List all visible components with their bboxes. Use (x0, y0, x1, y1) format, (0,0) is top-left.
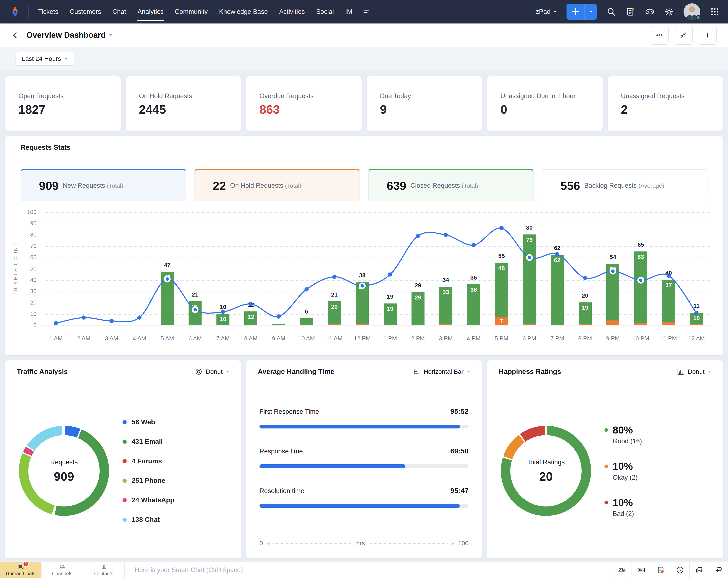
line-point[interactable] (444, 233, 448, 237)
stat-tab-value: 639 (387, 179, 406, 192)
legend-item-whatsapp[interactable]: 24 WhatsApp (123, 496, 174, 504)
traffic-view-selector[interactable]: Donut (195, 368, 229, 375)
chat-tab-channels[interactable]: Channels (42, 562, 83, 578)
line-point[interactable] (695, 311, 699, 315)
apps-grid-icon[interactable] (710, 7, 720, 17)
kpi-label: On Hold Requests (139, 92, 237, 100)
line-point[interactable] (249, 302, 253, 306)
stat-tab-new-requests[interactable]: 909 New Requests (Total) (21, 169, 186, 201)
legend-text: 431 Email (132, 438, 163, 445)
happiness-donut-chart[interactable]: Total Ratings 20 (501, 426, 591, 516)
line-point[interactable] (388, 272, 392, 277)
nav-item-community[interactable]: Community (169, 0, 213, 24)
workspace-selector[interactable]: zPad (536, 8, 557, 16)
more-button[interactable] (650, 26, 669, 45)
notes-button[interactable] (651, 562, 670, 578)
line-point-highlight[interactable] (165, 277, 170, 282)
info-button[interactable] (698, 26, 717, 45)
collapse-button[interactable] (674, 26, 693, 45)
kpi-card[interactable]: Unassigned Requests 2 (607, 76, 723, 131)
avatar[interactable] (683, 3, 700, 20)
line-point[interactable] (555, 252, 560, 256)
aht-bar-fill[interactable] (259, 464, 406, 468)
nav-item-social[interactable]: Social (310, 0, 339, 24)
view-label: Horizontal Bar (424, 368, 464, 375)
kpi-card[interactable]: Due Today 9 (367, 76, 482, 131)
stat-tab-on-hold-requests[interactable]: 22 On Hold Requests (Total) (194, 169, 360, 201)
y-tick-label: 10 (30, 311, 36, 317)
settings-icon[interactable] (664, 7, 674, 17)
games-icon[interactable] (645, 7, 655, 17)
line-point-highlight[interactable] (610, 269, 615, 274)
happiness-pct: 10% (613, 497, 633, 508)
kpi-card[interactable]: Open Requests 1827 (5, 76, 121, 131)
happiness-view-selector[interactable]: Donut (677, 368, 711, 375)
stat-tab-label: Backlog Requests (Average) (584, 182, 664, 189)
time-range-selector[interactable]: Last 24 Hours (16, 52, 74, 65)
line-point[interactable] (109, 319, 114, 323)
legend-item-chat[interactable]: 138 Chat (123, 516, 174, 523)
line-point[interactable] (82, 315, 86, 320)
stat-tab-closed-requests[interactable]: 639 Closed Requests (Total) (368, 169, 534, 201)
aht-bar-fill[interactable] (259, 504, 460, 508)
line-point[interactable] (332, 275, 336, 279)
line-point[interactable] (583, 276, 587, 280)
line-point[interactable] (499, 226, 503, 230)
donut-center-value: 20 (539, 469, 553, 483)
legend-item-forums[interactable]: 4 Forums (123, 457, 174, 465)
line-point[interactable] (54, 321, 58, 325)
chat-bubbles-button[interactable] (690, 562, 709, 578)
keyboard-button[interactable] (631, 562, 651, 578)
line-point[interactable] (416, 234, 420, 238)
happiness-legend-item[interactable]: 10% Okay (2) (604, 461, 642, 481)
reply-button[interactable] (709, 562, 728, 578)
line-point[interactable] (277, 314, 281, 319)
legend-dot (123, 498, 127, 502)
add-button[interactable] (567, 4, 597, 20)
zoho-desk-logo-icon[interactable] (8, 5, 22, 19)
clock-button[interactable] (670, 562, 690, 578)
legend-item-email[interactable]: 431 Email (123, 438, 174, 445)
search-icon[interactable] (606, 7, 616, 17)
line-point[interactable] (305, 287, 309, 291)
nav-item-customers[interactable]: Customers (64, 0, 107, 24)
line-point[interactable] (221, 310, 225, 314)
line-point-highlight[interactable] (638, 278, 643, 283)
line-point[interactable] (667, 273, 671, 278)
y-tick-label: 80 (30, 232, 36, 238)
legend-item-phone[interactable]: 251 Phone (123, 477, 174, 484)
traffic-donut-chart[interactable]: Requests 909 (19, 426, 109, 516)
happiness-legend-item[interactable]: 10% Bad (2) (604, 497, 642, 518)
nav-item-knowledge-base[interactable]: Knowledge Base (213, 0, 274, 24)
stat-tab-backlog-requests[interactable]: 556 Backlog Requests (Average) (542, 169, 707, 201)
legend-dot (604, 501, 608, 504)
kpi-card[interactable]: On Hold Requests 2445 (126, 76, 241, 131)
plus-icon[interactable] (567, 4, 585, 20)
chevron-left-icon[interactable] (11, 31, 19, 39)
aht-bar-fill[interactable] (259, 425, 460, 428)
aht-view-selector[interactable]: Horizontal Bar (413, 368, 470, 375)
nav-item-chat[interactable]: Chat (107, 0, 132, 24)
kpi-card[interactable]: Overdue Requests 863 (246, 76, 362, 131)
nav-item-tickets[interactable]: Tickets (32, 0, 64, 24)
chat-tab-unread-chats[interactable]: 2 Unread Chats (0, 562, 42, 578)
aht-bar-track (259, 504, 469, 508)
legend-item-web[interactable]: 56 Web (123, 418, 174, 426)
chat-tab-contacts[interactable]: Contacts (83, 562, 125, 578)
line-point[interactable] (137, 315, 141, 320)
happiness-legend-item[interactable]: 80% Good (16) (604, 424, 642, 445)
menu-lines-icon[interactable] (358, 7, 375, 16)
zia-button[interactable]: Zia (612, 562, 631, 578)
feeds-icon[interactable] (626, 7, 635, 17)
line-point-highlight[interactable] (192, 307, 198, 312)
line-point-highlight[interactable] (360, 283, 365, 288)
line-point[interactable] (471, 243, 476, 247)
nav-item-im[interactable]: IM (340, 0, 358, 24)
caret-down-icon[interactable] (109, 33, 113, 37)
line-point-highlight[interactable] (527, 255, 532, 260)
smart-chat-input[interactable]: Here is your Smart Chat (Ctrl+Space) (125, 562, 612, 578)
nav-item-activities[interactable]: Activities (274, 0, 310, 24)
nav-item-analytics[interactable]: Analytics (132, 0, 169, 24)
caret-down-icon[interactable] (585, 4, 597, 20)
kpi-card[interactable]: Unassigned Due in 1 hour 0 (487, 76, 603, 131)
